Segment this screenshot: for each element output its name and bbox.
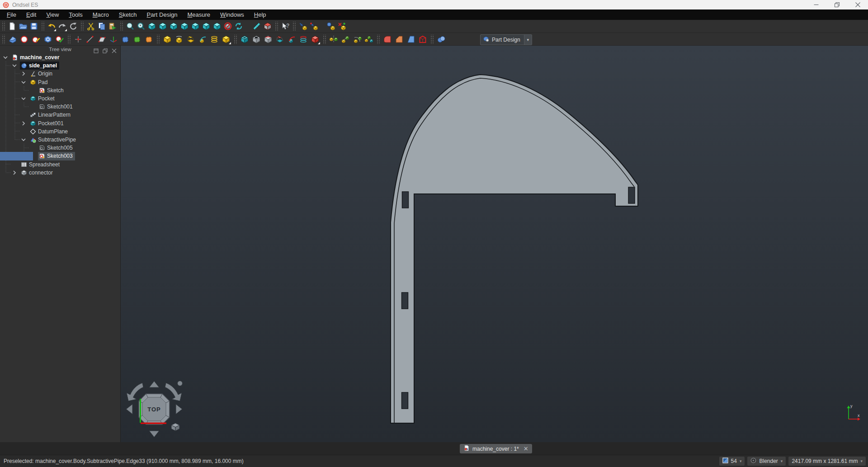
subtractive-loft-icon[interactable] <box>274 34 285 45</box>
go-to-linked-object-icon[interactable] <box>298 21 308 32</box>
right-view-icon[interactable] <box>179 21 189 32</box>
rear-view-icon[interactable] <box>190 21 200 32</box>
linear-pattern-icon[interactable] <box>340 34 351 45</box>
new-document-icon[interactable] <box>7 21 17 32</box>
draft-icon[interactable] <box>406 34 416 45</box>
thickness-icon[interactable] <box>417 34 428 45</box>
revolution-icon[interactable] <box>174 34 184 45</box>
menu-tools[interactable]: Tools <box>64 9 87 20</box>
sub-object-shape-binder-icon[interactable] <box>132 34 142 45</box>
paste-icon[interactable] <box>108 21 118 32</box>
sync-view-icon[interactable] <box>234 21 244 32</box>
toggle-link-state-icon[interactable] <box>337 21 347 32</box>
groove-icon[interactable] <box>263 34 274 45</box>
tree-item-side_panel[interactable]: side_panel <box>0 61 120 70</box>
part-side-panel-top-view[interactable] <box>391 75 638 423</box>
create-body-icon[interactable] <box>7 34 18 45</box>
pad-icon[interactable] <box>162 34 173 45</box>
go-to-deepest-link-icon[interactable] <box>309 21 319 32</box>
workbench-dropdown-button[interactable]: ▾ <box>524 35 532 45</box>
nav-cube-face-label[interactable]: TOP <box>147 406 161 413</box>
menu-help[interactable]: Help <box>249 9 271 20</box>
main-3d-viewport[interactable]: TOP y x <box>121 46 868 442</box>
tilt-down-arrow[interactable] <box>149 431 159 437</box>
menu-measure[interactable]: Measure <box>183 9 216 20</box>
close-button[interactable] <box>847 0 868 9</box>
menu-view[interactable]: View <box>41 9 64 20</box>
view-dimensions-widget[interactable]: 2417.09 mm x 1281.61 mm ▾ <box>788 457 866 466</box>
additive-loft-icon[interactable] <box>185 34 196 45</box>
document-tab[interactable]: machine_cover : 1* ✕ <box>460 444 532 453</box>
whats-this-icon[interactable]: ? <box>280 21 290 32</box>
save-document-icon[interactable] <box>29 21 39 32</box>
clipping-plane-icon[interactable] <box>263 21 273 32</box>
validate-sketch-icon[interactable] <box>54 34 65 45</box>
menu-sketch[interactable]: Sketch <box>114 9 142 20</box>
chevron-down-icon[interactable] <box>20 136 27 143</box>
chevron-down-icon[interactable] <box>2 54 9 61</box>
tree-item-spreadsheet[interactable]: Spreadsheet <box>0 160 120 169</box>
measure-icon[interactable] <box>252 21 262 32</box>
undo-icon[interactable] <box>47 21 57 32</box>
fit-all-icon[interactable] <box>125 21 135 32</box>
axonometric-view-icon[interactable] <box>147 21 157 32</box>
tilt-left-arrow[interactable] <box>126 404 132 414</box>
nav-cube-corner-dot[interactable] <box>178 381 183 386</box>
chamfer-icon[interactable] <box>394 34 405 45</box>
menu-windows[interactable]: Windows <box>215 9 249 20</box>
tilt-up-arrow[interactable] <box>149 381 159 387</box>
create-sketch-icon[interactable] <box>19 34 30 45</box>
subtractive-helix-icon[interactable] <box>298 34 309 45</box>
tree-item-datumplane[interactable]: DatumPlane <box>0 127 120 136</box>
redo-icon[interactable] <box>57 21 67 32</box>
subtractive-primitive-icon[interactable] <box>310 34 321 45</box>
tree-item-machine_cover[interactable]: machine_cover <box>0 53 120 61</box>
top-view-icon[interactable] <box>169 21 179 32</box>
datum-plane-icon[interactable] <box>96 34 107 45</box>
refresh-icon[interactable] <box>68 21 78 32</box>
hole-icon[interactable] <box>251 34 262 45</box>
clone-icon[interactable] <box>143 34 154 45</box>
pocket-icon[interactable] <box>239 34 250 45</box>
rotate-left-arrow[interactable] <box>127 383 143 401</box>
fillet-icon[interactable] <box>382 34 393 45</box>
chevron-right-icon[interactable] <box>20 70 27 77</box>
workbench-selector[interactable]: Part Design ▾ <box>480 34 532 45</box>
datum-line-icon[interactable] <box>85 34 95 45</box>
shape-binder-icon[interactable] <box>120 34 131 45</box>
nav-mini-cube[interactable] <box>171 423 179 431</box>
cut-icon[interactable] <box>86 21 96 32</box>
map-sketch-to-face-icon[interactable] <box>42 34 53 45</box>
zoom-level-widget[interactable]: 54 ▾ <box>719 457 745 466</box>
navigation-cube[interactable]: TOP <box>124 379 184 439</box>
tree-item-pocket[interactable]: Pocket <box>0 94 120 103</box>
zoom-selection-icon[interactable] <box>136 21 146 32</box>
navigation-style-widget[interactable]: Blender ▾ <box>747 457 786 466</box>
local-coordinate-system-icon[interactable] <box>108 34 119 45</box>
dock-navigation-cube-icon[interactable] <box>223 21 233 32</box>
tree-item-sketch[interactable]: Sketch <box>0 86 120 94</box>
menu-edit[interactable]: Edit <box>21 9 41 20</box>
subtractive-pipe-icon[interactable] <box>286 34 297 45</box>
tab-close-icon[interactable]: ✕ <box>524 445 528 452</box>
left-view-icon[interactable] <box>212 21 222 32</box>
open-document-icon[interactable] <box>18 21 28 32</box>
additive-pipe-icon[interactable] <box>197 34 208 45</box>
tree-item-sketch003[interactable]: Sketch003 <box>0 152 120 160</box>
chevron-down-icon[interactable] <box>20 79 27 86</box>
tilt-right-arrow[interactable] <box>176 404 182 414</box>
tree-item-sketch001[interactable]: Sketch001 <box>0 103 120 111</box>
polar-pattern-icon[interactable] <box>352 34 363 45</box>
menu-part-design[interactable]: Part Design <box>142 9 183 20</box>
chevron-right-icon[interactable] <box>11 169 18 176</box>
additive-helix-icon[interactable] <box>209 34 220 45</box>
select-all-links-icon[interactable] <box>326 21 336 32</box>
tree-item-pad[interactable]: Pad <box>0 78 120 86</box>
additive-primitive-icon[interactable] <box>221 34 231 45</box>
mirrored-icon[interactable] <box>328 34 339 45</box>
tree-item-sketch005[interactable]: Sketch005 <box>0 144 120 152</box>
datum-point-icon[interactable] <box>73 34 84 45</box>
tree-item-pocket001[interactable]: Pocket001 <box>0 119 120 127</box>
tree-item-connector[interactable]: connector <box>0 169 120 177</box>
tree-item-linearpattern[interactable]: LinearPattern <box>0 111 120 119</box>
